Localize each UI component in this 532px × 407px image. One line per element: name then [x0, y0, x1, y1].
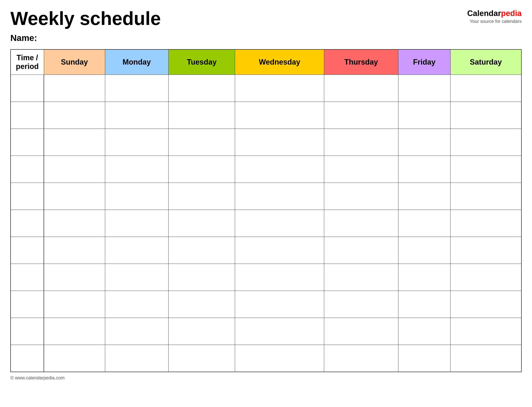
table-cell[interactable] [450, 210, 521, 237]
table-cell[interactable] [324, 156, 398, 183]
table-cell[interactable] [235, 237, 324, 264]
table-cell[interactable] [44, 156, 105, 183]
table-cell[interactable] [169, 210, 235, 237]
table-cell[interactable] [105, 102, 169, 129]
table-cell[interactable] [324, 237, 398, 264]
table-cell[interactable] [450, 183, 521, 210]
table-cell[interactable] [235, 264, 324, 291]
table-cell[interactable] [398, 345, 450, 372]
page-header: Weekly schedule Name: Calendarpedia Your… [10, 8, 522, 43]
table-cell[interactable] [11, 264, 44, 291]
table-cell[interactable] [235, 129, 324, 156]
table-cell[interactable] [105, 75, 169, 102]
table-row [11, 345, 521, 372]
table-cell[interactable] [44, 210, 105, 237]
table-cell[interactable] [235, 183, 324, 210]
table-cell[interactable] [11, 318, 44, 345]
table-cell[interactable] [105, 210, 169, 237]
table-cell[interactable] [235, 156, 324, 183]
table-cell[interactable] [324, 129, 398, 156]
table-cell[interactable] [398, 75, 450, 102]
table-cell[interactable] [450, 291, 521, 318]
table-cell[interactable] [235, 345, 324, 372]
table-cell[interactable] [44, 129, 105, 156]
table-cell[interactable] [324, 264, 398, 291]
table-cell[interactable] [324, 102, 398, 129]
table-cell[interactable] [450, 129, 521, 156]
table-cell[interactable] [398, 156, 450, 183]
table-cell[interactable] [44, 264, 105, 291]
table-cell[interactable] [235, 102, 324, 129]
table-cell[interactable] [235, 291, 324, 318]
table-cell[interactable] [105, 291, 169, 318]
column-header-friday: Friday [398, 49, 450, 75]
column-header-thursday: Thursday [324, 49, 398, 75]
table-cell[interactable] [11, 345, 44, 372]
table-cell[interactable] [105, 129, 169, 156]
table-cell[interactable] [11, 156, 44, 183]
table-cell[interactable] [169, 75, 235, 102]
table-cell[interactable] [398, 183, 450, 210]
table-cell[interactable] [169, 345, 235, 372]
table-cell[interactable] [11, 291, 44, 318]
table-cell[interactable] [324, 183, 398, 210]
table-cell[interactable] [11, 75, 44, 102]
table-cell[interactable] [11, 183, 44, 210]
table-cell[interactable] [44, 102, 105, 129]
table-cell[interactable] [169, 237, 235, 264]
brand-logo: Calendarpedia Your source for calendars [467, 8, 522, 24]
table-cell[interactable] [169, 291, 235, 318]
table-cell[interactable] [105, 345, 169, 372]
table-row [11, 75, 521, 102]
table-cell[interactable] [324, 210, 398, 237]
table-cell[interactable] [398, 291, 450, 318]
table-cell[interactable] [398, 210, 450, 237]
table-cell[interactable] [398, 318, 450, 345]
brand-name: Calendarpedia [467, 8, 522, 18]
table-cell[interactable] [398, 237, 450, 264]
table-cell[interactable] [450, 345, 521, 372]
brand-pedia-text: pedia [501, 9, 522, 18]
table-cell[interactable] [169, 264, 235, 291]
table-cell[interactable] [44, 318, 105, 345]
table-cell[interactable] [235, 210, 324, 237]
table-cell[interactable] [11, 210, 44, 237]
table-cell[interactable] [450, 318, 521, 345]
table-cell[interactable] [44, 183, 105, 210]
table-cell[interactable] [44, 237, 105, 264]
table-row [11, 102, 521, 129]
table-cell[interactable] [450, 102, 521, 129]
table-cell[interactable] [169, 102, 235, 129]
table-cell[interactable] [44, 345, 105, 372]
table-cell[interactable] [105, 156, 169, 183]
table-cell[interactable] [44, 75, 105, 102]
table-cell[interactable] [398, 129, 450, 156]
table-cell[interactable] [450, 264, 521, 291]
table-cell[interactable] [398, 102, 450, 129]
table-cell[interactable] [44, 291, 105, 318]
table-cell[interactable] [235, 318, 324, 345]
table-cell[interactable] [398, 264, 450, 291]
table-row [11, 291, 521, 318]
table-cell[interactable] [105, 318, 169, 345]
table-cell[interactable] [169, 183, 235, 210]
table-cell[interactable] [324, 318, 398, 345]
table-cell[interactable] [169, 129, 235, 156]
table-cell[interactable] [235, 75, 324, 102]
brand-calendar-text: Calendar [467, 9, 501, 18]
table-cell[interactable] [11, 129, 44, 156]
table-cell[interactable] [105, 264, 169, 291]
table-cell[interactable] [169, 156, 235, 183]
table-cell[interactable] [450, 156, 521, 183]
table-cell[interactable] [324, 291, 398, 318]
footer-url: © www.calendarpedia.com [10, 375, 65, 380]
table-cell[interactable] [324, 75, 398, 102]
table-cell[interactable] [11, 102, 44, 129]
table-cell[interactable] [169, 318, 235, 345]
table-cell[interactable] [105, 183, 169, 210]
table-cell[interactable] [450, 75, 521, 102]
table-cell[interactable] [324, 345, 398, 372]
table-cell[interactable] [450, 237, 521, 264]
table-cell[interactable] [105, 237, 169, 264]
table-cell[interactable] [11, 237, 44, 264]
